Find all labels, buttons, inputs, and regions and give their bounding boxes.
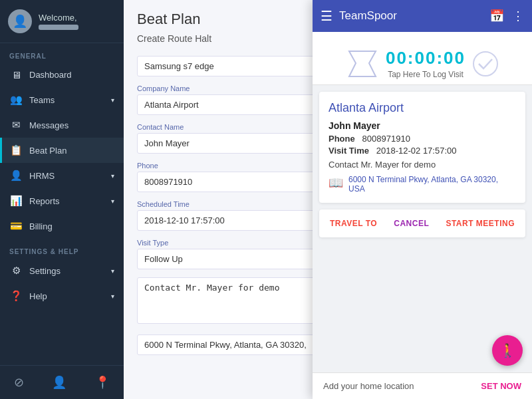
sidebar-item-teams[interactable]: 👥 Teams ▾	[0, 87, 124, 112]
calendar-icon[interactable]: 📅	[489, 9, 504, 23]
cancel-button[interactable]: CANCEL	[392, 216, 430, 231]
card-visit-row: Visit Time 2018-12-02 17:57:00	[329, 146, 516, 156]
sidebar-item-help[interactable]: ❓ Help ▾	[0, 283, 124, 309]
person-walk-icon: 🚶	[499, 342, 516, 358]
dashboard-icon: 🖥	[9, 69, 23, 80]
start-meeting-button[interactable]: START MEETING	[444, 216, 516, 231]
sidebar-header: 👤 Welcome,	[0, 0, 124, 43]
hrms-icon: 👤	[9, 170, 23, 182]
map-pin-icon: 📖	[329, 176, 343, 190]
card-title: Atlanta Airport	[329, 101, 516, 115]
set-now-button[interactable]: SET NOW	[481, 381, 521, 391]
mobile-topbar: ☰ TeamSpoor 📅 ⋮	[313, 0, 532, 32]
svg-point-3	[473, 52, 497, 76]
avatar: 👤	[8, 9, 32, 33]
sidebar-label-hrms: HRMS	[29, 171, 55, 181]
person-icon[interactable]: 👤	[47, 372, 72, 392]
settings-icon: ⚙	[9, 265, 23, 277]
section-general: GENERAL	[0, 43, 124, 63]
sidebar-label-teams: Teams	[29, 95, 55, 105]
main-content: Beat Plan Create Route Halt Company Name…	[124, 0, 532, 399]
sidebar-label-reports: Reports	[29, 196, 60, 206]
hourglass-icon	[346, 50, 379, 78]
sidebar-item-messages[interactable]: ✉ Messages	[0, 112, 124, 138]
timer-label: Tap Here To Log Visit	[388, 70, 464, 79]
sidebar-label-help: Help	[29, 291, 47, 301]
sidebar-label-messages: Messages	[29, 120, 68, 130]
sidebar-label-settings: Settings	[29, 266, 61, 276]
sidebar-item-hrms[interactable]: 👤 HRMS ▾	[0, 163, 124, 188]
location-icon[interactable]: 📍	[90, 372, 115, 392]
travel-to-button[interactable]: TRAVEL TO	[329, 216, 378, 231]
sidebar: 👤 Welcome, GENERAL 🖥 Dashboard 👥 Teams ▾…	[0, 0, 124, 399]
fab-button[interactable]: 🚶	[492, 335, 523, 366]
mobile-actions: TRAVEL TO CANCEL START MEETING	[319, 209, 525, 237]
help-icon: ❓	[9, 290, 23, 302]
welcome-text: Welcome,	[39, 13, 78, 23]
sidebar-label-beat-plan: Beat Plan	[29, 146, 66, 156]
svg-marker-0	[349, 51, 376, 76]
card-address-row: 📖 6000 N Terminal Pkwy, Atlanta, GA 3032…	[329, 175, 516, 194]
timer-decoration: 00:00:00 Tap Here To Log Visit	[319, 41, 525, 79]
more-icon[interactable]: ⋮	[512, 9, 524, 23]
card-address[interactable]: 6000 N Terminal Pkwy, Atlanta, GA 30320,…	[348, 175, 516, 194]
visit-time-value: 2018-12-02 17:57:00	[376, 146, 457, 156]
topbar-icons: 📅 ⋮	[489, 9, 524, 23]
checkmark-icon	[472, 50, 499, 78]
sidebar-bottom: ⊘ 👤 📍	[0, 365, 124, 399]
timer-display[interactable]: 00:00:00	[386, 48, 466, 68]
home-icon[interactable]: ⊘	[9, 372, 29, 392]
reports-icon: 📊	[9, 195, 23, 207]
card-phone-row: Phone 8008971910	[329, 134, 516, 144]
phone-value: 8008971910	[362, 134, 410, 144]
mobile-footer: Add your home location SET NOW	[313, 372, 532, 399]
sidebar-item-beat-plan[interactable]: 📋 Beat Plan	[0, 138, 124, 163]
welcome-sub	[39, 25, 78, 30]
chevron-down-icon: ▾	[111, 198, 114, 205]
chevron-down-icon: ▾	[111, 172, 114, 180]
card-note: Contact Mr. Mayer for demo	[329, 160, 516, 170]
card-name: John Mayer	[329, 120, 516, 131]
timer-section: 00:00:00 Tap Here To Log Visit	[313, 32, 532, 85]
sidebar-item-dashboard[interactable]: 🖥 Dashboard	[0, 63, 124, 87]
sidebar-item-reports[interactable]: 📊 Reports ▾	[0, 188, 124, 213]
sidebar-item-billing[interactable]: 💳 Billing	[0, 213, 124, 239]
chevron-down-icon: ▾	[111, 96, 114, 104]
mobile-card: Atlanta Airport John Mayer Phone 8008971…	[319, 92, 525, 203]
chevron-down-icon: ▾	[111, 267, 114, 275]
chevron-down-icon: ▾	[111, 293, 114, 300]
hamburger-icon[interactable]: ☰	[321, 8, 332, 24]
sidebar-label-dashboard: Dashboard	[29, 70, 72, 80]
messages-icon: ✉	[9, 119, 23, 131]
sidebar-label-billing: Billing	[29, 221, 53, 231]
footer-text: Add your home location	[323, 381, 414, 391]
visit-time-label: Visit Time	[329, 146, 369, 156]
sidebar-item-settings[interactable]: ⚙ Settings ▾	[0, 258, 124, 283]
billing-icon: 💳	[9, 220, 23, 232]
section-settings: SETTINGS & HELP	[0, 239, 124, 258]
teams-icon: 👥	[9, 94, 23, 106]
phone-label: Phone	[329, 134, 355, 144]
mobile-app-title: TeamSpoor	[339, 9, 489, 23]
mobile-overlay: ☰ TeamSpoor 📅 ⋮ 00:00:00 Tap Here To Log…	[313, 0, 532, 399]
beat-plan-icon: 📋	[9, 144, 23, 156]
